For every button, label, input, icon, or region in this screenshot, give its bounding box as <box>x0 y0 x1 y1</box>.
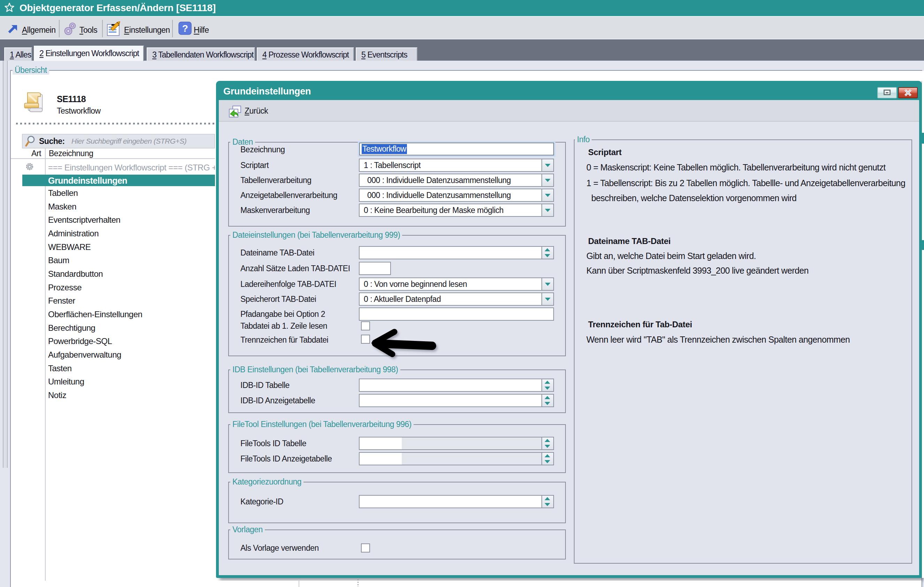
svg-text:?: ? <box>182 23 188 34</box>
